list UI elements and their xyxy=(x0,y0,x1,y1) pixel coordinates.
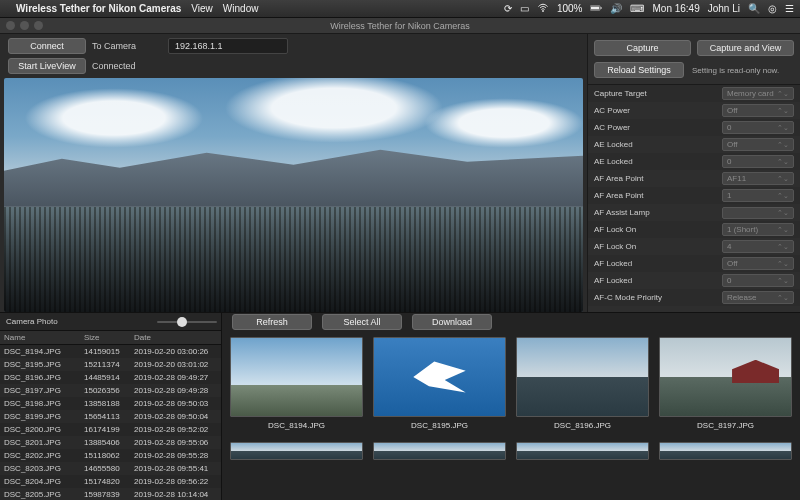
thumbnail[interactable]: DSC_8195.JPG xyxy=(373,337,506,430)
setting-row: AF Assist Lamp⌃⌄ xyxy=(588,204,800,221)
input-icon[interactable]: ⌨︎ xyxy=(630,3,644,14)
setting-name: AC Power xyxy=(594,123,722,132)
setting-row: AC Power0⌃⌄ xyxy=(588,119,800,136)
setting-row: Capture TargetMemory card⌃⌄ xyxy=(588,85,800,102)
col-date[interactable]: Date xyxy=(134,333,217,342)
setting-value-dropdown[interactable]: Off⌃⌄ xyxy=(722,104,794,117)
thumbnail[interactable] xyxy=(373,442,506,460)
photo-row[interactable]: DSC_8197.JPG150263562019-02-28 09:49:28 xyxy=(0,384,221,397)
traffic-lights[interactable] xyxy=(6,21,43,30)
setting-value-dropdown[interactable]: 1 (Short)⌃⌄ xyxy=(722,223,794,236)
photo-row[interactable]: DSC_8196.JPG144859142019-02-28 09:49:27 xyxy=(0,371,221,384)
spotlight-icon[interactable]: 🔍 xyxy=(748,3,760,14)
chevron-updown-icon: ⌃⌄ xyxy=(777,294,789,302)
thumbnail[interactable]: DSC_8194.JPG xyxy=(230,337,363,430)
photo-row[interactable]: DSC_8202.JPG151180622019-02-28 09:55:28 xyxy=(0,449,221,462)
photo-row[interactable]: DSC_8198.JPG138581882019-02-28 09:50:03 xyxy=(0,397,221,410)
photo-row[interactable]: DSC_8200.JPG161741992019-02-28 09:52:02 xyxy=(0,423,221,436)
select-all-button[interactable]: Select All xyxy=(322,314,402,330)
setting-row: AF-C Mode PriorityRelease⌃⌄ xyxy=(588,289,800,306)
photo-row[interactable]: DSC_8199.JPG156541132019-02-28 09:50:04 xyxy=(0,410,221,423)
sync-icon[interactable]: ⟳ xyxy=(504,3,512,14)
thumbnail-image xyxy=(373,442,506,460)
thumbnail[interactable] xyxy=(230,442,363,460)
connect-button[interactable]: Connect xyxy=(8,38,86,54)
setting-row: AF Area PointAF11⌃⌄ xyxy=(588,170,800,187)
setting-row: AF Area Point1⌃⌄ xyxy=(588,187,800,204)
clock[interactable]: Mon 16:49 xyxy=(652,3,699,14)
photo-row[interactable]: DSC_8195.JPG152113742019-02-20 03:01:02 xyxy=(0,358,221,371)
svg-rect-3 xyxy=(601,7,602,9)
setting-value-dropdown[interactable]: 4⌃⌄ xyxy=(722,240,794,253)
setting-row: AC PowerOff⌃⌄ xyxy=(588,102,800,119)
thumbnail-image xyxy=(516,337,649,417)
setting-value-dropdown[interactable]: Off⌃⌄ xyxy=(722,138,794,151)
setting-name: Capture Target xyxy=(594,89,722,98)
start-liveview-button[interactable]: Start LiveView xyxy=(8,58,86,74)
wifi-icon[interactable] xyxy=(537,2,549,16)
photo-row[interactable]: DSC_8203.JPG146555802019-02-28 09:55:41 xyxy=(0,462,221,475)
photo-row[interactable]: DSC_8204.JPG151748202019-02-28 09:56:22 xyxy=(0,475,221,488)
svg-rect-2 xyxy=(591,6,599,9)
mac-menubar: Wireless Tether for Nikon Cameras View W… xyxy=(0,0,800,18)
volume-icon[interactable]: 🔊 xyxy=(610,3,622,14)
thumbnail-image xyxy=(230,442,363,460)
setting-name: AF Assist Lamp xyxy=(594,208,722,217)
notification-icon[interactable]: ☰ xyxy=(785,3,794,14)
capture-button[interactable]: Capture xyxy=(594,40,691,56)
chevron-updown-icon: ⌃⌄ xyxy=(777,141,789,149)
setting-value-dropdown[interactable]: Release⌃⌄ xyxy=(722,291,794,304)
thumbnail[interactable]: DSC_8197.JPG xyxy=(659,337,792,430)
setting-value-dropdown[interactable]: 0⌃⌄ xyxy=(722,155,794,168)
thumbnail[interactable] xyxy=(659,442,792,460)
setting-name: AF Locked xyxy=(594,276,722,285)
col-name[interactable]: Name xyxy=(4,333,84,342)
thumbnail-size-slider[interactable] xyxy=(157,317,217,327)
menu-window[interactable]: Window xyxy=(223,3,259,14)
capture-and-view-button[interactable]: Capture and View xyxy=(697,40,794,56)
setting-value-dropdown[interactable]: AF11⌃⌄ xyxy=(722,172,794,185)
setting-value-dropdown[interactable]: 1⌃⌄ xyxy=(722,189,794,202)
setting-value-dropdown[interactable]: 0⌃⌄ xyxy=(722,121,794,134)
display-icon[interactable]: ▭ xyxy=(520,3,529,14)
setting-name: AF Lock On xyxy=(594,242,722,251)
menu-view[interactable]: View xyxy=(191,3,213,14)
setting-name: AF Area Point xyxy=(594,174,722,183)
connection-status: Connected xyxy=(92,61,162,71)
setting-name: AF Locked xyxy=(594,259,722,268)
siri-icon[interactable]: ◎ xyxy=(768,3,777,14)
setting-row: AF Locked0⌃⌄ xyxy=(588,272,800,289)
settings-list: Capture TargetMemory card⌃⌄AC PowerOff⌃⌄… xyxy=(588,84,800,312)
chevron-updown-icon: ⌃⌄ xyxy=(777,243,789,251)
chevron-updown-icon: ⌃⌄ xyxy=(777,209,789,217)
thumbnail-image xyxy=(659,337,792,417)
setting-row: AE LockedOff⌃⌄ xyxy=(588,136,800,153)
app-title[interactable]: Wireless Tether for Nikon Cameras xyxy=(16,3,181,14)
battery-icon[interactable] xyxy=(590,2,602,16)
setting-value-dropdown[interactable]: Off⌃⌄ xyxy=(722,257,794,270)
thumbnail-image xyxy=(659,442,792,460)
thumbnail[interactable] xyxy=(516,442,649,460)
thumbnail[interactable]: DSC_8196.JPG xyxy=(516,337,649,430)
reload-settings-button[interactable]: Reload Settings xyxy=(594,62,684,78)
setting-value-dropdown[interactable]: Memory card⌃⌄ xyxy=(722,87,794,100)
chevron-updown-icon: ⌃⌄ xyxy=(777,90,789,98)
thumbnail-grid: DSC_8194.JPGDSC_8195.JPGDSC_8196.JPGDSC_… xyxy=(222,331,800,436)
download-button[interactable]: Download xyxy=(412,314,492,330)
setting-value-dropdown[interactable]: 0⌃⌄ xyxy=(722,274,794,287)
user-name[interactable]: John Li xyxy=(708,3,740,14)
setting-name: AE Locked xyxy=(594,140,722,149)
setting-name: AC Power xyxy=(594,106,722,115)
photo-table-body[interactable]: DSC_8194.JPG141590152019-02-20 03:00:26D… xyxy=(0,345,221,500)
chevron-updown-icon: ⌃⌄ xyxy=(777,158,789,166)
chevron-updown-icon: ⌃⌄ xyxy=(777,192,789,200)
photo-row[interactable]: DSC_8201.JPG138854062019-02-28 09:55:06 xyxy=(0,436,221,449)
thumbnail-image xyxy=(230,337,363,417)
photo-row[interactable]: DSC_8194.JPG141590152019-02-20 03:00:26 xyxy=(0,345,221,358)
refresh-button[interactable]: Refresh xyxy=(232,314,312,330)
ip-input[interactable] xyxy=(168,38,288,54)
photo-row[interactable]: DSC_8205.JPG159878392019-02-28 10:14:04 xyxy=(0,488,221,500)
thumbnail-caption: DSC_8194.JPG xyxy=(268,421,325,430)
setting-value-dropdown[interactable]: ⌃⌄ xyxy=(722,207,794,219)
col-size[interactable]: Size xyxy=(84,333,134,342)
